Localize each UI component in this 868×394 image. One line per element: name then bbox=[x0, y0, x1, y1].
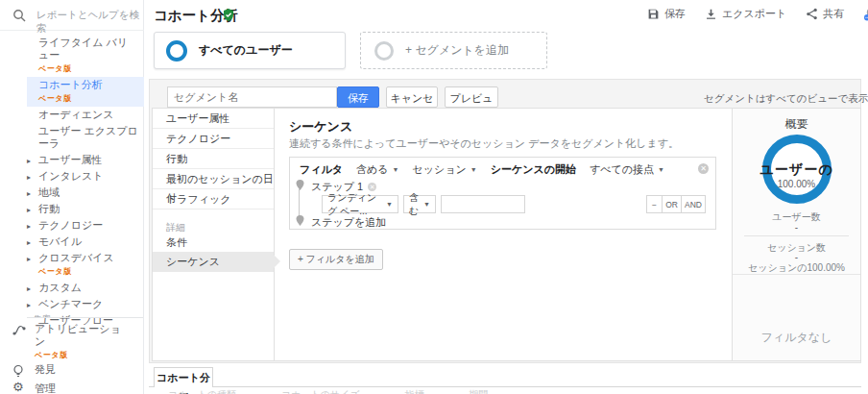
include-dropdown[interactable]: 含める▼ bbox=[356, 162, 398, 177]
menu-item-sequences[interactable]: シーケンス bbox=[153, 252, 274, 272]
add-step-button[interactable]: ステップを追加 bbox=[311, 215, 386, 230]
save-report-button[interactable]: 保存 bbox=[647, 7, 686, 21]
segment-card-all-users[interactable]: すべてのユーザー bbox=[154, 32, 346, 69]
beta-badge: ベータ版 bbox=[38, 92, 138, 105]
beta-badge: ベータ版 bbox=[35, 349, 144, 361]
sidebar-item-custom[interactable]: ▸カスタム bbox=[0, 280, 144, 296]
date-range-control[interactable]: 期間▼ bbox=[469, 388, 498, 394]
menu-item-demographics[interactable]: ユーザー属性 bbox=[153, 109, 274, 129]
scope-dropdown[interactable]: セッション▼ bbox=[412, 162, 476, 177]
expand-arrow-icon: ▸ bbox=[27, 220, 31, 233]
and-button[interactable]: AND bbox=[681, 195, 706, 213]
search-icon bbox=[12, 9, 26, 22]
insights-button[interactable]: インサイト bbox=[863, 7, 868, 21]
menu-item-traffic[interactable]: トラフィック bbox=[153, 189, 274, 209]
sidebar-item-benchmarking[interactable]: ▸ベンチマーク bbox=[0, 296, 144, 312]
gear-icon: ⚙ bbox=[12, 381, 24, 393]
sessions-percentage: セッションの100.00% bbox=[733, 261, 860, 275]
sidebar-item-behavior[interactable]: ▸行動 bbox=[0, 201, 144, 217]
shield-check-icon bbox=[223, 9, 234, 21]
caret-down-icon: ▼ bbox=[423, 201, 430, 208]
share-button[interactable]: 共有 bbox=[806, 7, 844, 21]
sidebar-item-geo[interactable]: ▸地域 bbox=[0, 185, 144, 201]
segment-preview-button[interactable]: プレビュー bbox=[445, 86, 498, 108]
step-pin-icon bbox=[296, 180, 304, 190]
filter-label: フィルタ bbox=[300, 162, 343, 177]
sidebar-item-admin[interactable]: ⚙ 管理 bbox=[0, 382, 144, 394]
menu-item-technology[interactable]: テクノロジー bbox=[153, 129, 274, 149]
sequence-start-dropdown[interactable]: すべての接点▼ bbox=[590, 162, 664, 177]
segment-summary: 概要 ユーザーの 100.00% ユーザー数 - セッション数 - セッションの… bbox=[732, 109, 860, 360]
donut-percentage: 100.00% bbox=[733, 179, 860, 189]
step-pin-icon bbox=[296, 215, 304, 226]
summary-divider bbox=[733, 274, 860, 275]
insights-icon bbox=[863, 7, 868, 21]
sidebar-item-mobile[interactable]: ▸モバイル bbox=[0, 234, 144, 250]
donut-label: ユーザーの bbox=[733, 161, 860, 179]
expand-arrow-icon: ▸ bbox=[27, 171, 31, 184]
remove-filter-icon[interactable]: ✕ bbox=[698, 163, 709, 174]
menu-item-behavior[interactable]: 行動 bbox=[153, 149, 274, 169]
caret-down-icon: ▼ bbox=[470, 166, 477, 173]
or-button[interactable]: OR bbox=[662, 195, 682, 213]
operator-dropdown[interactable]: 含む▼ bbox=[403, 195, 436, 213]
sequence-editor: シーケンス 連続する条件によってユーザーやそのセッション データをセグメント化し… bbox=[275, 109, 732, 360]
sidebar-item-audience[interactable]: オーディエンス bbox=[0, 107, 144, 123]
sidebar-item-cohort-analysis[interactable]: コホート分析 ベータ版 bbox=[27, 77, 144, 107]
attribution-icon bbox=[12, 324, 26, 335]
sidebar-item-lifetime-value[interactable]: ライフタイム バリュー ベータ版 bbox=[0, 35, 144, 77]
segment-builder: ユーザー属性 テクノロジー 行動 最初のセッションの日付 トラフィック 詳細 条… bbox=[152, 108, 861, 361]
report-search[interactable]: レポートとヘルプを検索 bbox=[0, 0, 144, 31]
floppy-icon bbox=[647, 8, 660, 20]
caret-down-icon: ▼ bbox=[386, 201, 393, 208]
sidebar-item-interests[interactable]: ▸インタレスト bbox=[0, 168, 144, 185]
cohort-size-control[interactable]: コホートのサイズ▼ bbox=[281, 388, 371, 394]
caret-down-icon: ▼ bbox=[393, 166, 399, 173]
sidebar-item-cross-device[interactable]: ▸クロスデバイスベータ版 bbox=[0, 250, 144, 280]
expand-arrow-icon: ▸ bbox=[27, 187, 31, 200]
sequence-description: 連続する条件によってユーザーやそのセッション データをセグメント化します。 bbox=[289, 136, 679, 151]
sequence-start-label: シーケンスの開始 bbox=[491, 162, 576, 177]
expand-arrow-icon: ▸ bbox=[27, 236, 31, 249]
search-placeholder: レポートとヘルプを検索 bbox=[36, 9, 144, 36]
sidebar-item-technology[interactable]: ▸テクノロジー bbox=[0, 217, 144, 234]
segment-name-input[interactable] bbox=[167, 86, 337, 108]
remove-condition-button[interactable]: − bbox=[646, 195, 663, 213]
expand-arrow-icon: ▸ bbox=[27, 155, 31, 167]
no-filter-note: フィルタなし bbox=[733, 330, 860, 346]
export-button[interactable]: エクスポート bbox=[705, 7, 786, 21]
sidebar-item-user-explorer[interactable]: ユーザー エクスプローラ bbox=[0, 123, 144, 152]
segment-save-button[interactable]: 保存 bbox=[337, 86, 379, 108]
sidebar-item-discover[interactable]: 発見 bbox=[0, 363, 144, 376]
expand-arrow-icon: ▸ bbox=[27, 253, 31, 265]
sidebar-nav: ライフタイム バリュー ベータ版 コホート分析 ベータ版 オーディエンス ユーザ… bbox=[0, 35, 144, 329]
metric-control[interactable]: 指標▼ bbox=[404, 388, 434, 394]
add-filter-button[interactable]: + フィルタを追加 bbox=[289, 249, 383, 270]
segment-donut-icon-empty bbox=[374, 41, 394, 61]
menu-item-first-session-date[interactable]: 最初のセッションの日付 bbox=[153, 169, 274, 189]
filter-header-row: フィルタ 含める▼ セッション▼ シーケンスの開始 すべての接点▼ bbox=[300, 162, 664, 177]
share-icon bbox=[806, 8, 818, 20]
header-actions: 保存 エクスポート 共有 インサイト bbox=[647, 7, 868, 21]
dimension-dropdown[interactable]: ランディング ペー...▼ bbox=[322, 195, 398, 213]
segment-donut-icon bbox=[166, 40, 187, 62]
step-connector-line bbox=[299, 189, 300, 218]
segment-visibility-note: セグメントはすべてのビューで表示されます変更 bbox=[704, 92, 868, 106]
summary-title: 概要 bbox=[733, 116, 860, 133]
advanced-section-label: 詳細 bbox=[153, 221, 274, 234]
logic-buttons: − OR AND bbox=[646, 195, 706, 213]
cohort-type-control[interactable]: コホートの種類▼ bbox=[168, 388, 247, 394]
sequence-title: シーケンス bbox=[289, 118, 352, 135]
cohort-controls-clipped: コホートの種類▼ コホートのサイズ▼ 指標▼ 期間▼ bbox=[168, 388, 498, 394]
sidebar-item-attribution[interactable]: アトリビューション ベータ版 bbox=[0, 323, 144, 361]
sidebar-item-demographics[interactable]: ▸ユーザー属性 bbox=[0, 152, 144, 168]
add-segment-card[interactable]: + セグメントを追加 bbox=[360, 32, 547, 69]
menu-item-conditions[interactable]: 条件 bbox=[153, 234, 274, 252]
segment-cancel-button[interactable]: キャンセル bbox=[386, 86, 438, 108]
builder-menu: ユーザー属性 テクノロジー 行動 最初のセッションの日付 トラフィック 詳細 条… bbox=[153, 109, 275, 360]
tab-cohort-analysis[interactable]: コホート分析 bbox=[154, 367, 213, 387]
condition-value-input[interactable] bbox=[441, 195, 525, 213]
users-count-value: - bbox=[733, 222, 860, 233]
beta-badge: ベータ版 bbox=[38, 265, 138, 278]
lightbulb-icon bbox=[12, 364, 24, 378]
